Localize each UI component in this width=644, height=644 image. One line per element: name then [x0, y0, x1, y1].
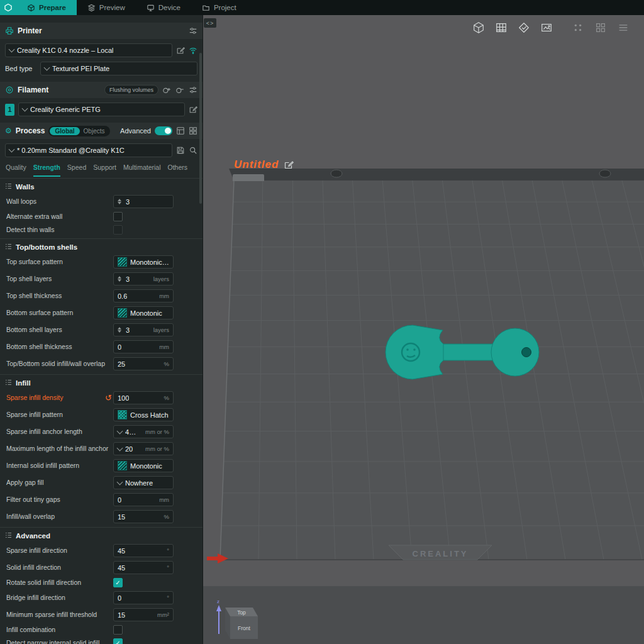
spinner-up-icon[interactable] [118, 276, 121, 279]
process-tab-quality[interactable]: Quality [6, 159, 26, 177]
add-filament-icon[interactable] [162, 86, 172, 94]
model-ring-end [491, 328, 539, 376]
apply-gap-fill-select[interactable]: Nowhere [113, 476, 174, 489]
tab-preview[interactable]: Preview [77, 0, 136, 15]
spinner-arrows-icon[interactable] [118, 327, 121, 333]
solid-infill-direction-input[interactable]: 45° [113, 561, 174, 574]
spinner-arrows-icon[interactable] [118, 276, 121, 282]
setting-label: Top shell thickness [6, 292, 113, 300]
top-shell-layers-input[interactable]: 3layers [113, 272, 174, 286]
top-shell-thickness-input[interactable]: 0.6mm [113, 289, 174, 303]
bottom-shell-thickness-input[interactable]: 0mm [113, 340, 174, 353]
app-logo-button[interactable] [0, 0, 16, 15]
process-tab-multimaterial[interactable]: Multimaterial [123, 159, 161, 177]
preset-select[interactable]: * 0.20mm Standard @Creality K1C [5, 143, 172, 157]
rename-project-icon[interactable] [283, 159, 294, 170]
tab-prepare[interactable]: Prepare [16, 0, 77, 15]
printer-settings-icon[interactable] [189, 26, 197, 35]
tab-device[interactable]: Device [136, 0, 191, 15]
sparse-infill-direction-input[interactable]: 45° [113, 544, 174, 557]
save-preset-icon[interactable] [176, 146, 185, 155]
printer-select[interactable]: Creality K1C 0.4 nozzle – Local [5, 43, 172, 57]
viewport-canvas[interactable]: CREALITY Untitled [203, 15, 644, 644]
edit-printer-icon[interactable] [176, 46, 185, 55]
plate-logo: CREALITY [413, 549, 469, 558]
spinner-down-icon[interactable] [118, 202, 121, 204]
scope-objects-toggle[interactable]: Objects [80, 127, 109, 135]
setting-label: Minimum sparse infill threshold [6, 611, 113, 619]
filter-out-tiny-gaps-input[interactable]: 0mm [113, 493, 174, 506]
setting-value: Monotonic [130, 309, 162, 317]
setting-row-bottom-shell-layers: Bottom shell layers3layers [0, 321, 203, 338]
setting-control: 3layers [113, 323, 174, 336]
sparse-infill-density-input[interactable]: 100% [113, 391, 174, 404]
flushing-volumes-button[interactable]: Flushing volumes [104, 85, 158, 95]
sparse-infill-anchor-length-select[interactable]: 400%mm or % [113, 425, 174, 438]
topbar: PreparePreviewDeviceProject [0, 0, 644, 15]
filament-settings-icon[interactable] [189, 86, 197, 94]
sparse-infill-pattern-pattern-select[interactable]: Cross Hatch [113, 408, 174, 421]
layout-rows-icon[interactable] [615, 19, 631, 36]
process-icon: ⚙ [5, 126, 12, 135]
process-tab-strength[interactable]: Strength [33, 159, 60, 177]
filament-slot-badge[interactable]: 1 [5, 104, 14, 116]
layout-dots-icon[interactable] [570, 19, 586, 36]
panel-scrollbar[interactable] [199, 53, 202, 204]
internal-solid-infill-pattern-pattern-select[interactable]: Monotonic [113, 459, 174, 472]
scope-global-toggle[interactable]: Global [50, 127, 79, 135]
toggle-knob [165, 128, 171, 134]
orientation-cube[interactable]: z Top Front [216, 597, 273, 644]
setting-row-sparse-infill-direction: Sparse infill direction45° [0, 542, 203, 559]
setting-unit: ° [164, 547, 169, 554]
spinner-down-icon[interactable] [118, 279, 121, 282]
process-tabs: QualityStrengthSpeedSupportMultimaterial… [0, 160, 203, 176]
setting-value: 15 [118, 611, 125, 619]
search-preset-icon[interactable] [189, 146, 197, 155]
process-tab-others[interactable]: Others [168, 159, 188, 177]
filament-select[interactable]: Creality Generic PETG [18, 103, 185, 116]
bottom-surface-pattern-pattern-select[interactable]: Monotonic [113, 306, 174, 319]
spinner-up-icon[interactable] [118, 199, 121, 201]
edit-filament-icon[interactable] [189, 105, 197, 114]
top-surface-pattern-pattern-select[interactable]: Monotonic li... [113, 255, 174, 269]
process-params-icon[interactable] [176, 126, 185, 135]
snapshot-icon[interactable] [538, 19, 555, 36]
tab-label: Project [214, 4, 236, 11]
spinner-up-icon[interactable] [118, 327, 121, 330]
infill-combination-checkbox[interactable] [113, 625, 123, 635]
detect-thin-walls-checkbox[interactable] [113, 225, 123, 235]
project-name[interactable]: Untitled [234, 158, 279, 171]
isometric-view-icon[interactable] [470, 19, 487, 36]
section-title-infill: Infill [0, 374, 203, 389]
remove-filament-icon[interactable] [175, 86, 185, 94]
spinner-arrows-icon[interactable] [118, 199, 121, 204]
process-tab-speed[interactable]: Speed [67, 159, 86, 177]
viewport-toolbar [470, 19, 631, 36]
wall-loops-input[interactable]: 3 [113, 195, 174, 208]
infill-wall-overlap-input[interactable]: 15% [113, 510, 174, 523]
printer-icon [5, 26, 14, 35]
alternate-extra-wall-checkbox[interactable] [113, 212, 123, 221]
minimum-sparse-infill-threshold-input[interactable]: 15mm² [113, 608, 174, 621]
panel-collapse-handle[interactable]: <> [204, 18, 216, 28]
detect-narrow-internal-solid-infill-checkbox[interactable]: ✓ [113, 638, 123, 644]
process-tab-support[interactable]: Support [93, 159, 116, 177]
bridge-infill-direction-input[interactable]: 0° [113, 591, 174, 604]
spinner-down-icon[interactable] [118, 330, 121, 333]
process-objects-icon[interactable] [189, 126, 197, 135]
setting-unit: mm² [155, 611, 169, 618]
layout-grid-icon[interactable] [592, 19, 609, 36]
model-trolley-token[interactable] [382, 318, 545, 389]
maximum-length-of-the-infill-anchor-select[interactable]: 20mm or % [113, 442, 174, 455]
rotate-solid-infill-direction-checkbox[interactable]: ✓ [113, 578, 123, 587]
setting-value: 15 [118, 513, 125, 521]
auto-orient-icon[interactable] [516, 19, 532, 36]
bed-type-select[interactable]: Textured PEI Plate [40, 62, 197, 75]
plate-grid-icon[interactable] [493, 19, 509, 36]
top-bottom-solid-infill-wall-overlap-input[interactable]: 25% [113, 357, 174, 370]
reset-to-default-icon[interactable]: ↺ [104, 394, 113, 402]
tab-project[interactable]: Project [191, 0, 247, 15]
advanced-toggle[interactable] [155, 126, 172, 135]
setting-row-solid-infill-direction: Solid infill direction45° [0, 559, 203, 576]
bottom-shell-layers-input[interactable]: 3layers [113, 323, 174, 336]
